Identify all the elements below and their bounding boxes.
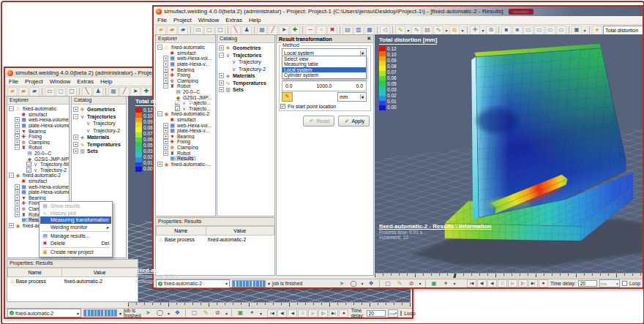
lock-button[interactable]: ● (592, 26, 602, 35)
dropdown-option[interactable]: Measuring table (282, 61, 366, 67)
new-window-button[interactable]: ▭ (193, 26, 203, 35)
export-page-button[interactable]: ▢ (67, 87, 77, 97)
time-delay-input[interactable] (578, 280, 597, 287)
tree-expander-icon[interactable]: + (15, 184, 20, 189)
snapshot-button[interactable]: ▣ (429, 279, 439, 288)
open-project-button[interactable]: ▰ (7, 87, 18, 97)
select-box-button[interactable]: ▫ (316, 26, 326, 35)
no-record-button[interactable]: ⊘ (406, 279, 416, 288)
tree-item[interactable]: +∿Temperatures (217, 80, 274, 87)
tree-item[interactable]: +▦web-Hexa-volume (7, 184, 69, 189)
export-page-button[interactable]: ▢ (215, 26, 225, 35)
new-window-button[interactable]: ▭ (45, 87, 55, 97)
tree-expander-icon[interactable]: + (15, 195, 20, 200)
tree-expander-icon[interactable]: + (15, 200, 20, 206)
tree-expander-icon[interactable]: + (73, 142, 78, 147)
front-title-bar[interactable]: simufact.welding 4.0.0(beta 2) (administ… (154, 7, 643, 16)
menu-item-file[interactable]: File (157, 17, 167, 23)
settings-button[interactable]: ✦ (441, 279, 451, 288)
time-unit-select[interactable]: ms▾ (599, 279, 620, 287)
go-last-button[interactable]: ▶| (329, 309, 338, 317)
dropdown-caret-icon[interactable]: ▾ (166, 311, 171, 316)
tree-item[interactable]: ∨Trajectory (217, 59, 274, 66)
tree-item[interactable]: +▼Bearing (156, 67, 215, 72)
close-icon[interactable]: ✕ (367, 36, 371, 42)
tree-item[interactable]: −◉fixed-automatic-2 (7, 173, 69, 178)
nav-prev-button[interactable]: ➤ (337, 279, 347, 288)
save-project-button[interactable]: ▰ (178, 26, 188, 35)
tree-item[interactable]: ∨Trajectory (72, 120, 126, 127)
tree-expander-icon[interactable]: − (157, 45, 162, 50)
back-time-unit-select[interactable]: ms▾ (388, 309, 399, 317)
front-col-value[interactable]: Value (206, 227, 274, 236)
tree-expander-icon[interactable]: + (163, 67, 168, 72)
step-back-button[interactable]: ◀| (477, 279, 487, 287)
import-project-button[interactable]: ▰ (18, 87, 29, 97)
add-point-button[interactable]: ✚ (141, 87, 151, 97)
stop-ring-button[interactable]: ◯ (154, 309, 165, 318)
tree-item[interactable]: +▼Bearing (7, 128, 69, 134)
chevron-down-icon[interactable]: ▾ (268, 281, 270, 286)
go-first-button[interactable]: |◀ (267, 309, 277, 317)
tree-item[interactable]: −⚠fixed-automatic (7, 106, 69, 112)
dropdown-caret-icon[interactable]: ▾ (418, 281, 422, 286)
dropdown-caret-icon[interactable]: ▾ (406, 28, 411, 33)
save-project-button[interactable]: ▰ (29, 87, 40, 97)
checkbox[interactable]: ✓ (26, 167, 31, 173)
new-page-button[interactable]: ▢ (56, 87, 66, 97)
zoom-tool-button[interactable]: ⊙ (486, 26, 496, 35)
tree-expander-icon[interactable]: − (15, 145, 20, 150)
tree-item[interactable]: +◈Materials (217, 72, 274, 80)
tree-expander-icon[interactable]: + (163, 61, 168, 67)
apply-button[interactable]: ✔ Apply (338, 116, 370, 127)
play-reverse-button[interactable]: ◀ (487, 279, 497, 287)
edit-values-button[interactable]: ✎ (282, 92, 293, 102)
tree-item[interactable]: ✱simufact (7, 112, 69, 118)
front-col-name[interactable]: Name (157, 227, 206, 236)
go-last-button[interactable]: ▶| (528, 279, 538, 287)
context-menu-item[interactable]: Welding monitor▸ (40, 224, 111, 231)
tree-item[interactable]: −⚠fixed-automatic (156, 45, 215, 50)
stop-button[interactable]: □ (498, 279, 507, 287)
tree-item[interactable]: +⊕Clamping (7, 140, 69, 146)
display-mode-button[interactable]: ▣ (572, 26, 582, 35)
back-property-row[interactable]: ⚠ Base process fixed-automatic-2 (8, 277, 138, 286)
tree-item[interactable]: +▦web-Hexa-volume (7, 117, 69, 123)
back-col-name[interactable]: Name (8, 268, 62, 277)
menu-item-extras[interactable]: Extras (225, 17, 242, 23)
tree-expander-icon[interactable]: + (73, 135, 78, 140)
go-first-button[interactable]: |◀ (467, 279, 476, 287)
tree-expander-icon[interactable]: + (15, 140, 20, 145)
tree-item[interactable]: ✓∨Trajectory-fillet (7, 162, 69, 167)
tree-expander-icon[interactable]: + (73, 148, 78, 154)
dropdown-caret-icon[interactable]: ▾ (444, 28, 449, 33)
step-forward-button[interactable]: |▷ (318, 309, 328, 317)
import-project-button[interactable]: ▰ (167, 26, 177, 35)
tree-item[interactable]: ✱simufact (156, 50, 215, 56)
menu-item-window[interactable]: Window (198, 17, 219, 23)
menu-item-file[interactable]: File (9, 78, 18, 85)
mesh-view-button[interactable]: ▦ (108, 87, 119, 97)
ruler-button[interactable]: ╱ (268, 26, 278, 35)
dropdown-caret-icon[interactable]: ▾ (258, 311, 263, 316)
context-menu-item[interactable]: ▦Show results (40, 203, 111, 210)
tree-expander-icon[interactable]: − (9, 106, 14, 111)
stop-button[interactable]: □ (298, 309, 307, 317)
tree-expander-icon[interactable]: + (219, 87, 224, 92)
tree-item[interactable]: +▦plate-Hexa-volume (7, 123, 69, 129)
transform-values-row[interactable]: 0.0 1000.0 0.0 (282, 80, 367, 91)
back-loop-checkbox[interactable] (400, 311, 402, 316)
simufact-blue-button[interactable]: ❖ (172, 309, 182, 318)
checkbox[interactable]: ✓ (26, 162, 31, 167)
menu-item-window[interactable]: Window (50, 78, 70, 85)
dropdown-caret-icon[interactable]: ▾ (481, 28, 485, 33)
tree-item[interactable]: −∨Trajectories (72, 113, 126, 121)
menu-item-extras[interactable]: Extras (77, 78, 94, 85)
dropdown-caret-icon[interactable]: ▾ (224, 311, 228, 316)
dropdown-caret-icon[interactable]: ▾ (360, 281, 364, 286)
remove-line-button[interactable]: ─ (305, 26, 315, 35)
tree-item[interactable]: +∿Temperatures (72, 141, 126, 148)
back-process-select[interactable]: ✓ fixed-automatic-2 ▾ (7, 309, 81, 317)
tree-expander-icon[interactable]: + (73, 107, 78, 112)
snapshot-button[interactable]: ▣ (235, 309, 245, 318)
